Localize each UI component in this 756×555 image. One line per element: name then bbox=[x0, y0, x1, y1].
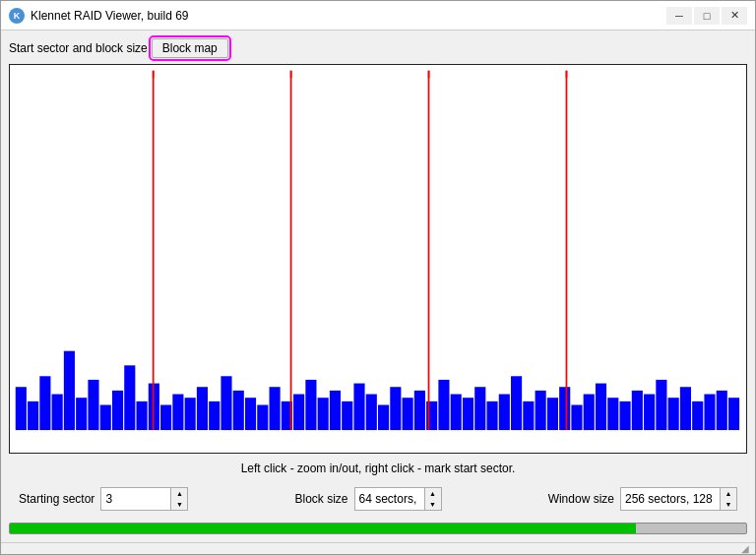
svg-rect-16 bbox=[197, 387, 208, 430]
controls-row: Starting sector ▲ ▼ Block size ▲ ▼ bbox=[9, 483, 747, 515]
svg-rect-38 bbox=[463, 398, 473, 430]
svg-rect-9 bbox=[112, 391, 123, 430]
close-button[interactable]: ✕ bbox=[722, 7, 747, 25]
svg-rect-11 bbox=[137, 401, 148, 430]
progress-bar-container bbox=[9, 523, 747, 534]
svg-rect-19 bbox=[233, 391, 244, 430]
svg-rect-29 bbox=[353, 384, 364, 430]
block-size-label: Block size bbox=[294, 492, 347, 506]
svg-rect-27 bbox=[330, 391, 341, 430]
window-size-spinbox[interactable]: ▲ ▼ bbox=[620, 487, 737, 511]
svg-rect-14 bbox=[172, 395, 183, 431]
window-size-spin-buttons: ▲ ▼ bbox=[720, 488, 736, 510]
block-size-spinbox[interactable]: ▲ ▼ bbox=[354, 487, 442, 511]
svg-rect-51 bbox=[619, 401, 630, 430]
starting-sector-spin-buttons: ▲ ▼ bbox=[170, 488, 187, 510]
svg-rect-34 bbox=[414, 391, 425, 430]
svg-rect-45 bbox=[547, 398, 558, 430]
svg-rect-17 bbox=[209, 401, 220, 430]
title-bar-left: K Klennet RAID Viewer, build 69 bbox=[9, 8, 189, 24]
window-size-group: Window size ▲ ▼ bbox=[548, 487, 737, 511]
starting-sector-down[interactable]: ▼ bbox=[171, 499, 187, 510]
svg-rect-33 bbox=[403, 398, 413, 430]
svg-rect-10 bbox=[124, 365, 135, 430]
svg-rect-58 bbox=[704, 395, 715, 431]
svg-rect-28 bbox=[342, 401, 352, 430]
starting-sector-spinbox[interactable]: ▲ ▼ bbox=[100, 487, 188, 511]
chart-svg bbox=[10, 65, 746, 453]
svg-rect-24 bbox=[293, 395, 304, 431]
starting-sector-label: Starting sector bbox=[19, 492, 94, 506]
svg-rect-8 bbox=[100, 404, 111, 430]
svg-rect-6 bbox=[76, 398, 87, 430]
starting-sector-group: Starting sector ▲ ▼ bbox=[19, 487, 188, 511]
svg-rect-22 bbox=[270, 387, 281, 430]
svg-rect-36 bbox=[438, 380, 449, 430]
svg-rect-18 bbox=[220, 376, 231, 430]
svg-rect-32 bbox=[390, 387, 401, 430]
svg-rect-48 bbox=[584, 395, 595, 431]
svg-rect-15 bbox=[185, 398, 196, 430]
block-size-group: Block size ▲ ▼ bbox=[294, 487, 441, 511]
svg-rect-21 bbox=[257, 404, 268, 430]
main-content: Start sector and block size Block map Le… bbox=[1, 31, 755, 523]
svg-rect-40 bbox=[486, 401, 497, 430]
svg-rect-57 bbox=[692, 401, 703, 430]
svg-rect-3 bbox=[39, 376, 50, 430]
chart-area[interactable] bbox=[9, 64, 747, 454]
app-icon: K bbox=[9, 8, 25, 24]
window-size-input[interactable] bbox=[621, 491, 720, 507]
block-map-tab[interactable]: Block map bbox=[152, 38, 228, 58]
svg-rect-39 bbox=[474, 387, 485, 430]
svg-rect-37 bbox=[451, 395, 462, 431]
svg-rect-13 bbox=[160, 404, 171, 430]
svg-rect-60 bbox=[728, 398, 739, 430]
svg-rect-46 bbox=[559, 387, 570, 430]
svg-rect-7 bbox=[88, 380, 98, 430]
title-bar: K Klennet RAID Viewer, build 69 ─ □ ✕ bbox=[1, 1, 755, 31]
svg-rect-54 bbox=[656, 380, 666, 430]
svg-rect-42 bbox=[511, 376, 522, 430]
block-size-input[interactable] bbox=[355, 491, 424, 507]
svg-rect-2 bbox=[28, 401, 38, 430]
svg-rect-49 bbox=[596, 384, 606, 430]
tab-label: Start sector and block size bbox=[9, 41, 148, 55]
svg-rect-56 bbox=[680, 387, 691, 430]
svg-rect-50 bbox=[607, 398, 618, 430]
svg-rect-20 bbox=[245, 398, 256, 430]
block-size-down[interactable]: ▼ bbox=[425, 499, 441, 510]
block-size-spin-buttons: ▲ ▼ bbox=[424, 488, 441, 510]
window-controls: ─ □ ✕ bbox=[666, 7, 747, 25]
svg-rect-44 bbox=[536, 391, 546, 430]
svg-rect-30 bbox=[366, 395, 377, 431]
svg-rect-41 bbox=[499, 395, 510, 431]
svg-rect-55 bbox=[668, 398, 679, 430]
tabs-row: Start sector and block size Block map bbox=[9, 38, 747, 58]
svg-rect-52 bbox=[632, 391, 643, 430]
maximize-button[interactable]: □ bbox=[694, 7, 720, 25]
starting-sector-up[interactable]: ▲ bbox=[171, 488, 187, 499]
svg-rect-25 bbox=[305, 380, 316, 430]
status-bar: ◢ bbox=[1, 542, 755, 554]
svg-rect-43 bbox=[523, 401, 534, 430]
svg-rect-26 bbox=[318, 398, 329, 430]
window-size-label: Window size bbox=[548, 492, 614, 506]
window-size-up[interactable]: ▲ bbox=[721, 488, 736, 499]
resize-handle: ◢ bbox=[741, 543, 749, 554]
svg-rect-59 bbox=[717, 391, 727, 430]
svg-rect-4 bbox=[52, 395, 63, 431]
progress-bar-fill bbox=[10, 524, 636, 533]
window-title: Klennet RAID Viewer, build 69 bbox=[31, 9, 189, 23]
svg-rect-47 bbox=[571, 404, 582, 430]
starting-sector-input[interactable] bbox=[101, 491, 170, 507]
svg-rect-53 bbox=[644, 395, 655, 431]
svg-rect-5 bbox=[64, 351, 75, 430]
svg-rect-1 bbox=[16, 387, 27, 430]
svg-rect-31 bbox=[378, 404, 389, 430]
chart-hint: Left click - zoom in/out, right click - … bbox=[9, 460, 747, 477]
window-size-down[interactable]: ▼ bbox=[721, 499, 736, 510]
minimize-button[interactable]: ─ bbox=[666, 7, 692, 25]
main-window: K Klennet RAID Viewer, build 69 ─ □ ✕ St… bbox=[0, 0, 756, 555]
block-size-up[interactable]: ▲ bbox=[425, 488, 441, 499]
